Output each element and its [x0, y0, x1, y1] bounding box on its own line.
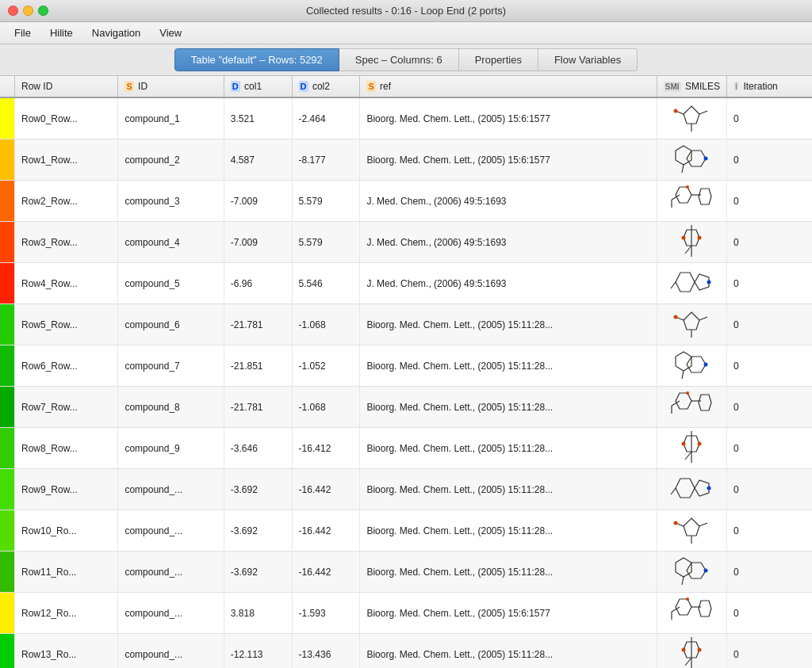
table-row: Row7_Row...compound_8-21.781-1.068Bioorg…	[0, 387, 812, 428]
cell-rowid: Row6_Row...	[15, 345, 118, 387]
svg-line-43	[685, 452, 691, 460]
cell-ref: J. Med. Chem., (2006) 49:5:1693	[360, 263, 657, 304]
color-bar	[0, 428, 14, 468]
color-bar	[0, 593, 14, 633]
cell-iteration: 0	[726, 593, 812, 634]
cell-iteration: 0	[726, 222, 812, 263]
color-bar	[0, 345, 14, 386]
molecule-sketch	[668, 182, 715, 217]
col-header-iteration[interactable]: I Iteration	[726, 76, 812, 97]
row-color-indicator	[0, 263, 15, 304]
menu-file[interactable]: File	[6, 25, 39, 41]
color-bar	[0, 634, 14, 668]
molecule-sketch	[668, 512, 715, 547]
svg-point-17	[682, 236, 686, 240]
cell-col1: -6.96	[224, 263, 292, 304]
tab-flowvars[interactable]: Flow Variables	[538, 48, 638, 71]
molecule-sketch	[668, 388, 715, 423]
menu-view[interactable]: View	[151, 25, 190, 41]
cell-compound: compound_8	[118, 387, 224, 428]
cell-col1: 4.587	[224, 139, 292, 181]
cell-rowid: Row9_Row...	[15, 469, 118, 510]
cell-ref: Bioorg. Med. Chem. Lett., (2005) 15:6:15…	[360, 139, 657, 181]
cell-iteration: 0	[726, 634, 812, 669]
row-color-indicator	[0, 222, 15, 263]
col-header-col2[interactable]: D col2	[292, 76, 360, 97]
cell-smiles	[657, 345, 726, 387]
cell-smiles	[657, 263, 726, 304]
svg-marker-34	[676, 393, 691, 409]
table-container[interactable]: Row ID S ID D col1 D col2 S ref SMI SMIL…	[0, 76, 812, 668]
cell-rowid: Row7_Row...	[15, 387, 118, 428]
tab-table[interactable]: Table "default" – Rows: 5292	[174, 48, 339, 71]
cell-col1: -3.646	[224, 428, 292, 469]
svg-marker-58	[676, 599, 691, 615]
svg-line-52	[699, 523, 707, 526]
cell-col2: 5.579	[292, 181, 360, 222]
cell-iteration: 0	[726, 181, 812, 222]
cell-col1: -3.692	[224, 469, 292, 510]
molecule-sketch	[668, 429, 715, 464]
cell-smiles	[657, 139, 726, 181]
minimize-button[interactable]	[23, 6, 33, 16]
cell-ref: J. Med. Chem., (2006) 49:5:1693	[360, 222, 657, 263]
svg-line-23	[671, 282, 676, 288]
menu-hilite[interactable]: Hilite	[42, 25, 81, 41]
color-bar	[0, 98, 14, 139]
cell-compound: compound_4	[118, 222, 224, 263]
menu-navigation[interactable]: Navigation	[84, 25, 148, 41]
col-header-id[interactable]: S ID	[118, 76, 224, 97]
cell-iteration: 0	[726, 304, 812, 345]
col-header-col1[interactable]: D col1	[224, 76, 292, 97]
svg-marker-20	[676, 273, 695, 292]
row-color-indicator	[0, 181, 15, 222]
cell-ref: Bioorg. Med. Chem. Lett., (2005) 15:11:2…	[360, 428, 657, 469]
cell-col2: 5.546	[292, 263, 360, 304]
col-header-smiles[interactable]: SMI SMILES	[657, 76, 726, 97]
titlebar: Collected results - 0:16 - Loop End (2 p…	[0, 0, 812, 22]
cell-smiles	[657, 181, 726, 222]
tab-spec[interactable]: Spec – Columns: 6	[339, 48, 459, 71]
svg-marker-44	[676, 479, 695, 498]
cell-col2: -16.442	[292, 510, 360, 552]
cell-rowid: Row8_Row...	[15, 428, 118, 469]
table-body: Row0_Row...compound_13.521-2.464Bioorg. …	[0, 97, 812, 668]
svg-point-51	[674, 521, 678, 525]
row-color-indicator	[0, 469, 15, 510]
row-color-indicator	[0, 593, 15, 634]
data-table: Row ID S ID D col1 D col2 S ref SMI SMIL…	[0, 76, 812, 668]
cell-col1: 3.818	[224, 593, 292, 634]
cell-iteration: 0	[726, 139, 812, 181]
cell-smiles	[657, 387, 726, 428]
cell-smiles	[657, 222, 726, 263]
molecule-sketch	[668, 223, 715, 258]
svg-point-61	[686, 597, 689, 601]
svg-point-22	[707, 281, 711, 284]
color-bar	[0, 510, 14, 551]
col-header-ref[interactable]: S ref	[360, 76, 657, 97]
color-header	[0, 76, 15, 97]
svg-point-18	[698, 236, 702, 240]
cell-iteration: 0	[726, 387, 812, 428]
tab-properties[interactable]: Properties	[459, 48, 538, 71]
svg-line-19	[685, 246, 691, 254]
maximize-button[interactable]	[38, 6, 48, 16]
table-row: Row9_Row...compound_...-3.692-16.442Bioo…	[0, 469, 812, 510]
cell-rowid: Row10_Ro...	[15, 510, 118, 552]
cell-smiles	[657, 304, 726, 345]
cell-smiles	[657, 593, 726, 634]
cell-col1: -21.781	[224, 304, 292, 345]
cell-col1: -3.692	[224, 510, 292, 552]
row-color-indicator	[0, 139, 15, 181]
cell-ref: Bioorg. Med. Chem. Lett., (2005) 15:11:2…	[360, 345, 657, 387]
svg-line-31	[682, 371, 684, 379]
cell-ref: Bioorg. Med. Chem. Lett., (2005) 15:11:2…	[360, 634, 657, 669]
svg-marker-36	[699, 395, 711, 410]
cell-col2: -16.442	[292, 469, 360, 510]
table-row: Row2_Row...compound_3-7.0095.579J. Med. …	[0, 181, 812, 222]
table-row: Row0_Row...compound_13.521-2.464Bioorg. …	[0, 97, 812, 139]
close-button[interactable]	[8, 6, 18, 16]
cell-compound: compound_...	[118, 593, 224, 634]
svg-point-8	[704, 157, 708, 161]
col-header-rowid[interactable]: Row ID	[15, 76, 118, 97]
